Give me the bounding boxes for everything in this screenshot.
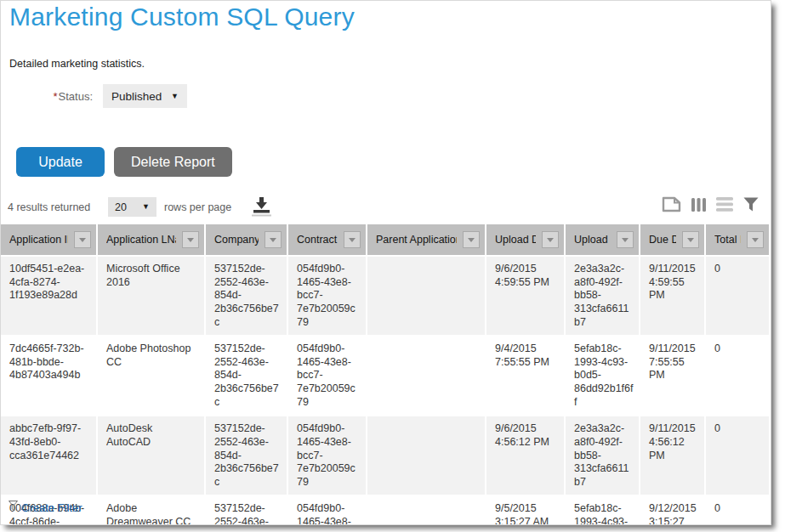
table-cell: 054fd9b0-1465-43e8-bcc7-7e7b20059c79 [287, 336, 367, 416]
results-count: 4 results returned [8, 201, 90, 213]
caret-down-icon [270, 238, 276, 242]
column-header-contract-id[interactable]: Contract ID [287, 224, 367, 256]
table-cell [367, 416, 486, 495]
table-cell: 537152de-2552-463e-854d-2b36c756be7c [205, 256, 287, 336]
table-cell: 054fd9b0-1465-43e8-bcc7-7e7b20059c79 [287, 416, 367, 495]
table-cell: 0 [705, 336, 770, 416]
column-label: Upload By [574, 234, 611, 246]
table-cell: 9/11/2015 7:55:55 PM [640, 336, 705, 416]
caret-down-icon [752, 238, 759, 242]
column-label: Application LName [106, 234, 176, 246]
caret-down-icon [79, 238, 86, 242]
results-bar: 4 results returned 20 ▼ rows per page [1, 195, 771, 218]
column-label: Application ID [9, 234, 68, 246]
report-page: Marketing Custom SQL Query Detailed mark… [0, 0, 771, 525]
table-cell: 0 [705, 256, 770, 336]
update-button[interactable]: Update [16, 147, 105, 177]
table-cell: AutoDesk AutoCAD [97, 416, 205, 495]
table-cell: 5efab18c-1993-4c93-b0d5-86dd92b1f6ff [565, 336, 640, 416]
table-row[interactable]: 004f688a-b94b-4ccf-86de-e4b9cbbb9cdeAdob… [1, 495, 770, 525]
rows-per-page-value: 20 [115, 201, 127, 213]
table-cell [367, 336, 486, 416]
table-cell: 537152de-2552-463e-854d-2b36c756be7c [205, 336, 287, 416]
caret-down-icon [622, 238, 629, 242]
table-cell: 537152de-2552-463e-854d-2b36c756be7c [205, 416, 287, 495]
caret-down-icon [687, 238, 694, 242]
column-label: Total Issues [714, 234, 741, 246]
column-menu-button[interactable] [542, 231, 559, 248]
action-buttons: Update Delete Report [16, 147, 232, 177]
status-label: *Status: [1, 90, 93, 103]
column-menu-button[interactable] [182, 231, 199, 248]
table-cell: 9/6/2015 4:56:12 PM [486, 416, 565, 495]
column-label: Due Date [649, 234, 676, 246]
required-mark: * [53, 90, 57, 103]
table-cell: 054fd9b0-1465-43e8-bcc7-7e7b20059c79 [287, 256, 367, 336]
table-row[interactable]: 7dc4665f-732b-481b-bbde-4b87403a494bAdob… [1, 336, 770, 416]
column-header-upload-by[interactable]: Upload By [565, 224, 640, 256]
table-cell: 9/12/2015 3:15:27 AM [640, 495, 705, 525]
table-cell: Microsoft Office 2016 [97, 256, 205, 336]
column-header-upload-date[interactable]: Upload Date [486, 224, 565, 256]
table-cell: 054fd9b0-1465-43e8-bcc7-7e7b20059c79 [287, 495, 367, 525]
table-cell: Adobe Photoshop CC [97, 336, 205, 416]
column-menu-button[interactable] [344, 231, 361, 248]
column-menu-button[interactable] [747, 231, 764, 248]
column-menu-button[interactable] [463, 231, 480, 248]
results-table: Application IDApplication LNameCompany I… [1, 224, 771, 525]
table-row[interactable]: 10df5451-e2ea-4cfa-8274-1f193e89a28dMicr… [1, 256, 770, 336]
table-footer: Create Filter [9, 500, 82, 515]
table-cell: abbc7efb-9f97-43fd-8eb0-cca361e74462 [1, 416, 97, 495]
caret-down-icon [468, 238, 475, 242]
page-title: Marketing Custom SQL Query [9, 3, 355, 31]
column-header-due-date[interactable]: Due Date [640, 224, 705, 256]
caret-down-icon: ▼ [171, 93, 179, 100]
export-report-icon[interactable] [662, 196, 681, 212]
caret-down-icon: ▼ [142, 203, 150, 211]
table-cell: 0 [705, 416, 770, 495]
table-cell: 0 [705, 495, 770, 525]
status-label-text: Status: [59, 90, 93, 103]
create-filter-link[interactable]: Create Filter [21, 501, 82, 514]
columns-view-icon[interactable] [691, 197, 706, 212]
table-cell: Adobe Dreamweaver CC [97, 495, 205, 525]
column-header-parent-application-id[interactable]: Parent Application ID [367, 224, 486, 256]
rows-per-page-select[interactable]: 20 ▼ [108, 197, 156, 217]
page-subtitle: Detailed marketing statistics. [9, 58, 145, 70]
rows-view-icon[interactable] [716, 197, 733, 212]
table-cell: 9/11/2015 4:56:12 PM [640, 416, 705, 495]
column-header-application-id[interactable]: Application ID [1, 224, 97, 256]
table-cell: 2e3a3a2c-a8f0-492f-bb58-313cfa6611b7 [565, 416, 640, 495]
table-cell: 9/6/2015 4:59:55 PM [486, 256, 565, 336]
caret-down-icon [349, 238, 356, 242]
column-header-application-lname[interactable]: Application LName [97, 224, 205, 256]
table-view-toolbar [662, 196, 759, 212]
status-select-value: Published [111, 90, 162, 103]
table-cell: 7dc4665f-732b-481b-bbde-4b87403a494b [1, 336, 97, 416]
rows-per-page-label: rows per page [164, 201, 231, 213]
column-label: Parent Application ID [376, 234, 457, 246]
table-cell: 5efab18c-1993-4c93-b0d5-86dd92b1f6ff [565, 495, 640, 525]
column-menu-button[interactable] [682, 231, 699, 248]
download-icon[interactable] [250, 195, 276, 218]
table-cell: 9/5/2015 3:15:27 AM [486, 495, 565, 525]
caret-down-icon [547, 238, 554, 242]
column-label: Contract ID [297, 234, 338, 246]
table-cell [367, 256, 486, 336]
column-label: Company ID [214, 234, 259, 246]
delete-report-button[interactable]: Delete Report [114, 147, 232, 177]
table-header-row: Application IDApplication LNameCompany I… [1, 224, 770, 256]
table-cell: 9/4/2015 7:55:55 PM [486, 336, 565, 416]
table-row[interactable]: abbc7efb-9f97-43fd-8eb0-cca361e74462Auto… [1, 416, 770, 495]
table-cell: 2e3a3a2c-a8f0-492f-bb58-313cfa6611b7 [565, 256, 640, 336]
column-menu-button[interactable] [617, 231, 634, 248]
status-select[interactable]: Published ▼ [103, 84, 187, 108]
table-cell: 537152de-2552-463e-854d-2b36c756be7c [205, 495, 287, 525]
filter-icon[interactable] [743, 197, 759, 212]
column-header-total-issues[interactable]: Total Issues [705, 224, 770, 256]
column-menu-button[interactable] [265, 231, 282, 248]
table-cell [367, 495, 486, 525]
caret-down-icon [187, 238, 194, 242]
column-header-company-id[interactable]: Company ID [205, 224, 287, 256]
column-menu-button[interactable] [74, 231, 91, 248]
